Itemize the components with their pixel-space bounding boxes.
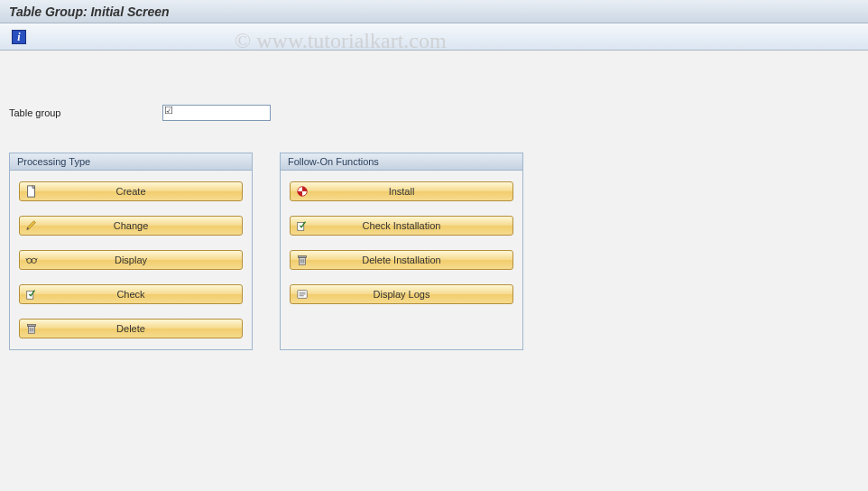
trash-icon bbox=[23, 320, 40, 337]
svg-point-1 bbox=[27, 258, 32, 263]
main-content: Table group ☑ Processing Type Create Cha… bbox=[0, 51, 868, 359]
table-group-label: Table group bbox=[9, 107, 162, 118]
processing-type-title: Processing Type bbox=[10, 153, 252, 171]
change-button[interactable]: Change bbox=[19, 216, 243, 236]
info-icon: i bbox=[12, 30, 26, 44]
check-install-icon bbox=[294, 218, 310, 234]
svg-rect-5 bbox=[28, 325, 36, 327]
follow-on-title: Follow-On Functions bbox=[281, 153, 522, 171]
display-button[interactable]: Display bbox=[19, 250, 243, 270]
install-icon bbox=[294, 183, 310, 199]
check-icon bbox=[23, 286, 40, 302]
display-label: Display bbox=[40, 255, 238, 265]
delete-label: Delete bbox=[40, 323, 238, 334]
delete-button[interactable]: Delete bbox=[19, 319, 243, 338]
create-button[interactable]: Create bbox=[19, 181, 243, 201]
check-button[interactable]: Check bbox=[19, 284, 243, 304]
svg-rect-12 bbox=[299, 256, 307, 258]
logs-icon bbox=[294, 286, 310, 302]
display-logs-button[interactable]: Display Logs bbox=[290, 284, 513, 304]
install-button[interactable]: Install bbox=[290, 181, 513, 201]
display-logs-label: Display Logs bbox=[310, 289, 509, 300]
follow-on-group: Follow-On Functions Install Check Instal… bbox=[280, 153, 523, 350]
check-label: Check bbox=[40, 289, 238, 300]
panels-row: Processing Type Create Change Display bbox=[9, 153, 859, 350]
info-button[interactable]: i bbox=[9, 27, 29, 47]
page-title: Table Group: Initial Screen bbox=[9, 5, 170, 19]
create-icon bbox=[23, 183, 40, 199]
pencil-icon bbox=[23, 218, 40, 234]
table-group-input[interactable] bbox=[162, 105, 271, 121]
create-label: Create bbox=[40, 186, 238, 197]
delete-install-trash-icon bbox=[294, 252, 310, 268]
change-label: Change bbox=[40, 220, 238, 231]
install-label: Install bbox=[310, 186, 509, 197]
delete-install-button[interactable]: Delete Installation bbox=[290, 250, 513, 270]
svg-point-2 bbox=[32, 258, 36, 263]
processing-type-group: Processing Type Create Change Display bbox=[9, 153, 253, 350]
glasses-icon bbox=[23, 252, 40, 268]
delete-install-label: Delete Installation bbox=[310, 255, 509, 265]
table-group-row: Table group ☑ bbox=[9, 105, 859, 121]
app-toolbar: i bbox=[0, 23, 868, 51]
check-install-label: Check Installation bbox=[310, 220, 509, 231]
check-install-button[interactable]: Check Installation bbox=[290, 216, 513, 236]
title-bar: Table Group: Initial Screen bbox=[0, 0, 868, 23]
